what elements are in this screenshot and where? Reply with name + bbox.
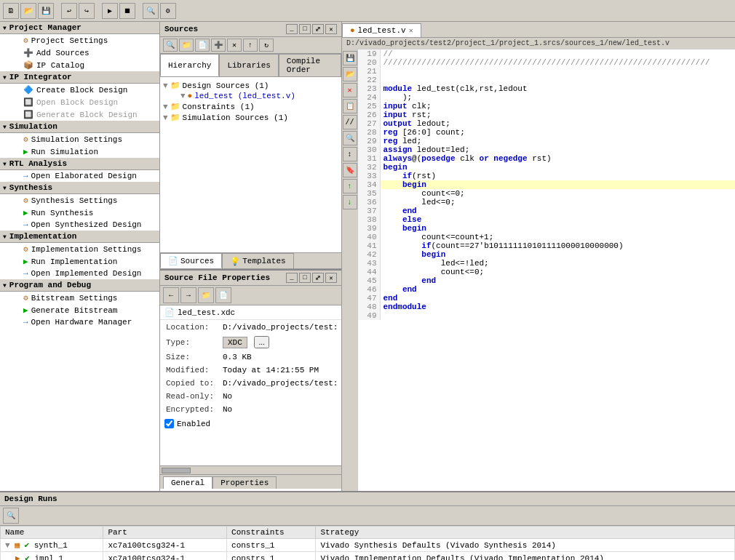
sources-restore-btn[interactable]: ⤢ xyxy=(312,24,324,34)
nav-label-create-block-design: Create Block Design xyxy=(36,86,127,95)
tree-sim-sources[interactable]: ▼ 📁 Simulation Sources (1) xyxy=(160,112,341,123)
nav-bitstream-settings[interactable]: ⚙ Bitstream Settings xyxy=(0,292,159,304)
toolbar-btn-open[interactable]: 📂 xyxy=(20,3,36,19)
nav-synthesis-settings[interactable]: ⚙ Synthesis Settings xyxy=(0,194,159,207)
sfp-prop-copied-to: Copied to: D:/vivado_projects/test: xyxy=(162,377,341,389)
sources-folder-btn[interactable]: 📁 xyxy=(179,39,194,52)
section-rtl-analysis[interactable]: ▼ RTL Analysis xyxy=(0,158,159,170)
editor-down-btn[interactable]: ↓ xyxy=(343,195,357,209)
nav-open-synthesized[interactable]: → Open Synthesized Design xyxy=(0,219,159,231)
nav-open-hardware[interactable]: → Open Hardware Manager xyxy=(0,316,159,328)
editor-paste-btn[interactable]: 📋 xyxy=(343,99,357,113)
sfp-back-btn[interactable]: ← xyxy=(163,287,179,303)
code-line-row: 42 begin xyxy=(358,250,735,259)
sfp-tab-properties[interactable]: Properties xyxy=(212,476,277,489)
editor-tab-close[interactable]: ✕ xyxy=(409,26,413,35)
dr-col-constraints: Constraints xyxy=(227,527,316,539)
section-synthesis[interactable]: ▼ Synthesis xyxy=(0,182,159,194)
tab-compile-order[interactable]: Compile Order xyxy=(279,54,341,76)
toolbar-btn-save[interactable]: 💾 xyxy=(38,3,54,19)
sources-maximize-btn[interactable]: □ xyxy=(299,24,311,34)
editor-tabs: ● led_test.v ✕ xyxy=(342,22,735,38)
sfp-forward-btn[interactable]: → xyxy=(180,287,196,303)
sources-new-btn[interactable]: 📄 xyxy=(195,39,210,52)
tab-libraries[interactable]: Libraries xyxy=(219,54,278,76)
tree-led-test[interactable]: ▼ ● led_test (led_test.v) xyxy=(160,91,341,101)
sources-add-btn[interactable]: ➕ xyxy=(211,39,226,52)
toolbar-btn-stop[interactable]: ⏹ xyxy=(119,3,135,19)
nav-impl-settings[interactable]: ⚙ Implementation Settings xyxy=(0,243,159,255)
editor-search-btn[interactable]: // xyxy=(343,115,357,129)
toolbar-btn-run[interactable]: ▶ xyxy=(102,3,118,19)
tab-hierarchy[interactable]: Hierarchy xyxy=(160,54,219,76)
run-impl-icon: ▶ xyxy=(23,257,28,266)
section-project-manager[interactable]: ▼ Project Manager xyxy=(0,22,159,34)
sfp-panel: Source File Properties _ □ ⤢ ✕ ← → 📁 📄 📄… xyxy=(160,269,341,491)
section-implementation[interactable]: ▼ Implementation xyxy=(0,231,159,243)
subtab-templates[interactable]: 💡 Templates xyxy=(222,253,293,268)
sfp-close-btn[interactable]: ✕ xyxy=(325,273,337,283)
dr-impl-check-icon: ✔ xyxy=(25,554,34,560)
sfp-file-btn[interactable]: 📄 xyxy=(215,287,231,303)
code-text: else xyxy=(380,215,735,224)
editor-save-btn[interactable]: 💾 xyxy=(343,51,357,65)
tree-design-sources[interactable]: ▼ 📁 Design Sources (1) xyxy=(160,80,341,91)
line-number: 33 xyxy=(358,172,380,180)
nav-project-settings[interactable]: ⚙ Project Settings xyxy=(0,34,159,47)
code-line-row: 30assign ledout=led; xyxy=(358,145,735,154)
sources-delete-btn[interactable]: ✕ xyxy=(227,39,242,52)
toolbar-btn-new[interactable]: 🗎 xyxy=(3,3,19,19)
nav-open-implemented[interactable]: → Open Implemented Design xyxy=(0,268,159,279)
sfp-restore-btn[interactable]: ⤢ xyxy=(312,273,324,283)
nav-generate-bitstream[interactable]: ▶ Generate Bitstream xyxy=(0,304,159,316)
sources-up-btn[interactable]: ↑ xyxy=(243,39,258,52)
toolbar-btn-search[interactable]: 🔍 xyxy=(143,3,159,19)
nav-simulation-settings[interactable]: ⚙ Simulation Settings xyxy=(0,133,159,145)
section-simulation[interactable]: ▼ Simulation xyxy=(0,121,159,133)
editor-open-btn[interactable]: 📂 xyxy=(343,67,357,81)
nav-open-elaborated[interactable]: → Open Elaborated Design xyxy=(0,170,159,182)
nav-run-simulation[interactable]: ▶ Run Simulation xyxy=(0,145,159,158)
sources-minimize-btn[interactable]: _ xyxy=(286,24,298,34)
code-text xyxy=(380,311,735,320)
section-ip-integrator[interactable]: ▼ IP Integrator xyxy=(0,71,159,84)
sfp-tab-general[interactable]: General xyxy=(163,476,212,489)
editor-bookmark-btn[interactable]: 🔖 xyxy=(343,163,357,177)
sfp-maximize-btn[interactable]: □ xyxy=(299,273,311,283)
editor-find-btn[interactable]: 🔍 xyxy=(343,131,357,145)
toolbar-btn-redo[interactable]: ↪ xyxy=(79,3,95,19)
editor-expand-btn[interactable]: ↕ xyxy=(343,147,357,161)
sources-close-btn[interactable]: ✕ xyxy=(325,24,337,34)
sfp-folder-btn[interactable]: 📁 xyxy=(198,287,214,303)
toolbar-btn-settings[interactable]: ⚙ xyxy=(160,3,176,19)
dr-search-btn[interactable]: 🔍 xyxy=(3,508,19,524)
sfp-minimize-btn[interactable]: _ xyxy=(286,273,298,283)
subtab-sources[interactable]: 📄 Sources xyxy=(160,253,222,268)
section-program-debug[interactable]: ▼ Program and Debug xyxy=(0,279,159,292)
nav-label-generate-block-design: Generate Block Design xyxy=(36,111,138,119)
right-panel: ● led_test.v ✕ D:/vivado_projects/test2/… xyxy=(342,22,735,491)
editor-copy-btn[interactable]: ✕ xyxy=(343,83,357,97)
sources-search-btn[interactable]: 🔍 xyxy=(163,39,178,52)
sfp-type-change-btn[interactable]: ... xyxy=(254,336,269,348)
nav-open-block-design[interactable]: 🔲 Open Block Design xyxy=(0,96,159,108)
editor-up-btn[interactable]: ↑ xyxy=(343,179,357,193)
tree-constraints[interactable]: ▼ 📁 Constraints (1) xyxy=(160,101,341,112)
nav-add-sources[interactable]: ➕ Add Sources xyxy=(0,47,159,59)
nav-generate-block-design[interactable]: 🔲 Generate Block Design xyxy=(0,108,159,121)
dr-row-synth[interactable]: ▼ ▦ ✔ synth_1 xc7a100tcsg324-1 constrs_1… xyxy=(1,539,735,552)
editor-tab-led-test[interactable]: ● led_test.v ✕ xyxy=(342,23,421,37)
nav-run-impl[interactable]: ▶ Run Implementation xyxy=(0,255,159,268)
nav-create-block-design[interactable]: 🔷 Create Block Design xyxy=(0,84,159,96)
toolbar-btn-undo[interactable]: ↩ xyxy=(61,3,77,19)
nav-run-synthesis[interactable]: ▶ Run Synthesis xyxy=(0,207,159,219)
dr-row-impl[interactable]: ▶ ✔ impl_1 xc7a100tcsg324-1 constrs_1 Vi… xyxy=(1,552,735,561)
sources-refresh-btn[interactable]: ↻ xyxy=(259,39,274,52)
code-area[interactable]: 19//20//////////////////////////////////… xyxy=(358,49,735,491)
nav-ip-catalog[interactable]: 📦 IP Catalog xyxy=(0,59,159,71)
sfp-hscrollbar[interactable] xyxy=(160,465,341,474)
sfp-enabled-checkbox[interactable] xyxy=(164,419,174,428)
folder-icon: 📁 xyxy=(170,81,180,90)
dr-impl-strategy: Vivado Implementation Defaults (Vivado I… xyxy=(316,552,735,561)
nav-label-synthesis-settings: Synthesis Settings xyxy=(31,196,118,205)
